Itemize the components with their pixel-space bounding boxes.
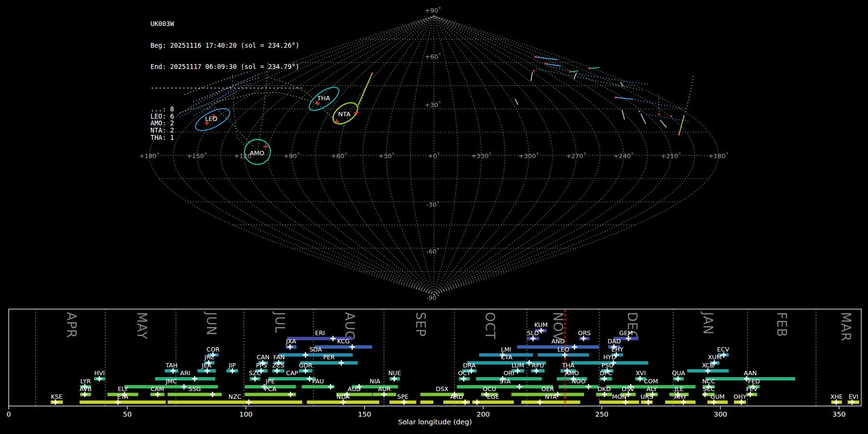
shower-code-label: GUM xyxy=(710,393,725,400)
shower-bar-gum xyxy=(707,401,728,404)
peak-marker xyxy=(711,400,717,405)
map-latitude-label: +30˚ xyxy=(425,101,441,108)
peak-marker xyxy=(303,353,308,358)
meteor-trail-segment xyxy=(570,71,578,72)
month-label: AUG xyxy=(342,312,357,341)
meteor-path-dotted xyxy=(635,100,688,109)
station-id: UK003W xyxy=(150,20,303,27)
meteor-end-dot xyxy=(678,134,679,135)
map-longitude-label: +30˚ xyxy=(379,152,395,160)
map-longitude-label: +180˚ xyxy=(708,152,729,160)
peak-marker xyxy=(515,368,520,374)
meteor-path-dotted xyxy=(685,76,693,113)
shower-code-label: COR xyxy=(206,346,220,353)
meteor-trail-segment xyxy=(358,73,372,106)
shower-bar-nzc xyxy=(168,401,302,404)
peak-marker xyxy=(287,344,293,350)
peak-marker xyxy=(602,376,607,381)
shower-code-label: SSG xyxy=(189,385,201,393)
peak-marker xyxy=(330,336,336,341)
peak-marker xyxy=(834,400,839,405)
shower-code-label: JXA xyxy=(285,338,296,345)
month-label: SEP xyxy=(413,312,428,337)
shower-code-label: TAH xyxy=(165,362,177,369)
peak-marker xyxy=(675,376,680,381)
peak-marker xyxy=(274,368,280,374)
axis-tick-label: 250 xyxy=(595,410,609,418)
shower-code-label: OCU xyxy=(483,385,496,393)
map-longitude-label: +270˚ xyxy=(566,152,586,160)
shower-code-label: JPE xyxy=(265,378,275,385)
shower-code-label: LEO xyxy=(557,346,570,353)
shower-code-label: GDR xyxy=(299,362,312,369)
shower-code-label: DAD xyxy=(608,338,621,345)
meteor-trail-segment xyxy=(515,99,518,105)
shower-code-label: CAN xyxy=(257,353,270,361)
month-label: JUL xyxy=(272,311,287,333)
peak-marker xyxy=(534,368,539,374)
month-label: JAN xyxy=(701,311,715,335)
peak-marker xyxy=(115,400,121,405)
shower-code-label: ARI xyxy=(180,369,190,377)
shower-code-label: AUR xyxy=(378,385,391,393)
map-meridian xyxy=(434,16,505,295)
peak-marker xyxy=(646,400,651,405)
shower-bar-eta xyxy=(80,401,166,404)
shower-code-label: HVI xyxy=(95,369,105,377)
shower-code-label: FED xyxy=(748,378,760,385)
shower-bar-sda xyxy=(279,353,353,357)
count-line: LEO: 6 xyxy=(150,113,303,120)
peak-marker xyxy=(530,336,536,341)
month-label: FEB xyxy=(774,312,789,337)
meteor-end-dot xyxy=(615,96,616,98)
peak-marker xyxy=(82,392,87,397)
shower-code-label: DSX xyxy=(436,385,449,393)
shower-bar-mon xyxy=(599,401,639,404)
peak-marker xyxy=(210,392,215,397)
separator-line: --------------------------------------- xyxy=(150,84,303,92)
shower-code-label: XUM xyxy=(708,353,722,361)
peak-marker xyxy=(747,392,753,397)
peak-marker xyxy=(572,344,577,350)
peak-marker xyxy=(303,368,308,374)
shower-code-label: JLE xyxy=(674,385,684,393)
map-longitude-label: +0˚ xyxy=(428,152,440,160)
shower-code-label: LMI xyxy=(501,346,511,353)
shower-code-label: CAP xyxy=(286,369,298,377)
peak-marker xyxy=(475,400,480,405)
map-longitude-label: +300˚ xyxy=(519,152,539,160)
meteor-path-dotted xyxy=(536,69,642,90)
peak-marker xyxy=(401,400,407,405)
shower-code-label: JIP xyxy=(228,362,236,369)
peak-marker xyxy=(181,384,187,390)
meteor-trail-segment xyxy=(660,120,666,127)
month-label: OCT xyxy=(483,312,497,340)
shower-code-label: DRA xyxy=(463,362,476,369)
peak-marker xyxy=(96,376,102,381)
peak-marker xyxy=(461,376,466,381)
count-line: AMO: 2 xyxy=(150,120,303,127)
radiant-and-activity-plot: LEOAMOTHANTA +180˚+150˚+120˚+90˚+60˚+30˚… xyxy=(0,0,868,434)
count-line: ...: 8 xyxy=(150,106,303,113)
shower-bar-ari xyxy=(155,377,216,380)
shower-code-label: FAN xyxy=(273,353,285,361)
map-latitude-label: -30˚ xyxy=(426,201,440,208)
shower-code-label: SDA xyxy=(310,346,322,353)
shower-code-label: AAN xyxy=(744,369,757,377)
shower-code-label: ERI xyxy=(315,329,325,337)
peak-marker xyxy=(705,368,710,374)
peak-marker xyxy=(562,353,568,358)
shower-bar-sta xyxy=(457,385,553,389)
shower-code-label: DKD xyxy=(597,385,610,393)
meteor-end-dot xyxy=(569,71,570,72)
shower-code-label: THA xyxy=(562,362,575,369)
shower-bar-jmc xyxy=(124,385,218,389)
map-latitude-label: -90˚ xyxy=(426,294,440,301)
peak-marker xyxy=(527,360,532,366)
radiant-label: THA xyxy=(317,95,330,102)
meteor-end-dot xyxy=(658,113,660,115)
meteor-trail-segment xyxy=(641,114,646,124)
obs-begin: Beg: 20251116 17:40:20 (sol = 234.26°) xyxy=(150,42,303,49)
peak-marker xyxy=(637,376,643,381)
shower-code-label: KSE xyxy=(51,393,63,400)
